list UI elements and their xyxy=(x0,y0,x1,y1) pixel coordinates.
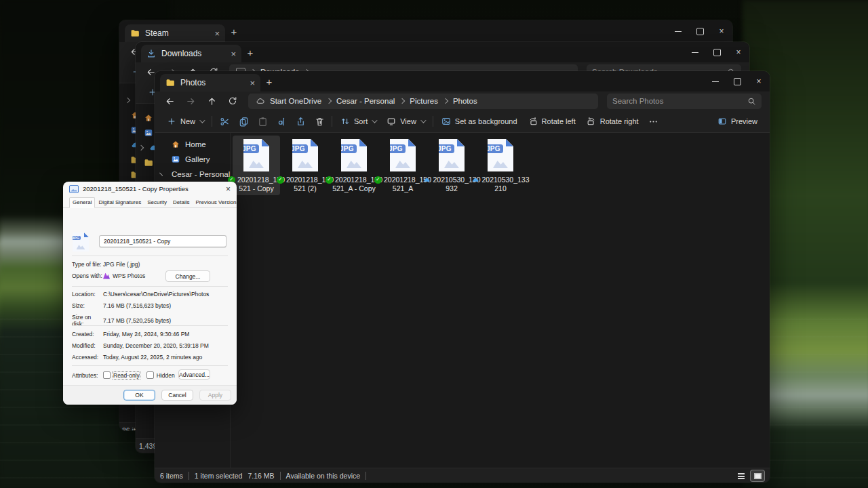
readonly-checkbox[interactable] xyxy=(103,371,111,379)
rotate-right-icon xyxy=(587,117,596,126)
breadcrumb-cesar-personal[interactable]: Cesar - Personal xyxy=(336,97,395,105)
cancel-button[interactable]: Cancel xyxy=(161,390,193,401)
image-icon xyxy=(441,117,451,126)
new-tab-button[interactable]: + xyxy=(241,47,259,58)
home-icon xyxy=(171,140,180,149)
view-button[interactable]: View xyxy=(381,113,430,130)
jpg-file-icon: JPG xyxy=(243,139,269,171)
file-name-field[interactable]: 20201218_150521 - Copy xyxy=(99,235,226,247)
sidebar-item-gallery[interactable]: Gallery xyxy=(155,152,230,167)
new-tab-button[interactable]: + xyxy=(225,26,243,37)
close-tab-icon[interactable]: × xyxy=(231,49,236,58)
tab-details[interactable]: Details xyxy=(170,198,192,207)
file-properties-dialog[interactable]: 20201218_150521 - Copy Properties × Gene… xyxy=(63,182,237,405)
close-icon[interactable]: × xyxy=(226,184,231,194)
tab-security[interactable]: Security xyxy=(144,198,170,207)
more-options-icon[interactable] xyxy=(644,113,663,129)
minimize-button[interactable] xyxy=(684,42,706,62)
image-file-icon xyxy=(69,185,79,193)
close-button[interactable]: × xyxy=(728,42,749,62)
up-icon[interactable] xyxy=(202,93,221,109)
tab-digital-signatures[interactable]: Digital Signatures xyxy=(96,198,144,207)
rotate-right-label: Rotate right xyxy=(600,117,639,125)
apply-button[interactable]: Apply xyxy=(199,390,231,401)
new-label: New xyxy=(180,117,195,125)
tab-downloads[interactable]: Downloads × xyxy=(141,45,241,62)
minimize-button[interactable] xyxy=(705,71,726,92)
maximize-button[interactable] xyxy=(706,42,728,62)
ok-button[interactable]: OK xyxy=(123,390,155,401)
chevron-down-icon xyxy=(372,117,377,123)
file-item[interactable]: JPG ✓20201218_150 521 (2) xyxy=(281,136,329,195)
refresh-icon[interactable] xyxy=(223,93,242,109)
maximize-button[interactable] xyxy=(726,71,748,92)
sidebar-item-onedrive[interactable]: Cesar - Personal xyxy=(155,167,230,182)
photos-explorer-window[interactable]: Photos × + × Start OneDrive Cesar - Pers… xyxy=(155,71,770,483)
file-item[interactable]: JPG 20210530_130 932 xyxy=(428,136,475,195)
opens-with-label: Opens with: xyxy=(72,272,103,279)
gallery-icon xyxy=(144,128,153,138)
jpg-file-icon: JPG xyxy=(390,139,416,171)
new-tab-button[interactable]: + xyxy=(260,76,278,87)
jpg-file-icon: JPG xyxy=(292,139,318,171)
thumbnail-view-icon[interactable] xyxy=(751,470,764,481)
tab-previous-versions[interactable]: Previous Versions xyxy=(193,198,237,207)
back-icon[interactable] xyxy=(160,93,179,109)
search-box[interactable]: Search Photos xyxy=(607,94,762,109)
details-view-icon[interactable] xyxy=(734,470,748,481)
jpg-file-icon: JPG xyxy=(439,139,465,171)
photos-status-bar: 6 items 1 item selected 7.16 MB Availabl… xyxy=(155,468,770,483)
file-name: ✓20201218_150 521 - Copy xyxy=(233,176,280,192)
window-controls: × xyxy=(667,20,732,42)
close-tab-icon[interactable]: × xyxy=(250,79,255,87)
minimize-button[interactable] xyxy=(667,20,689,42)
rotate-left-button[interactable]: Rotate left xyxy=(523,113,581,130)
change-button[interactable]: Change... xyxy=(165,270,210,282)
location-value: C:\Users\cesar\OneDrive\Pictures\Photos xyxy=(103,291,209,298)
set-as-background-label: Set as background xyxy=(455,117,517,125)
breadcrumb-photos[interactable]: Photos xyxy=(453,97,477,105)
delete-icon[interactable] xyxy=(310,113,329,129)
maximize-button[interactable] xyxy=(689,20,711,42)
breadcrumb-start-onedrive[interactable]: Start OneDrive xyxy=(270,97,321,105)
new-button[interactable]: New xyxy=(161,113,209,130)
search-placeholder: Search Photos xyxy=(612,97,663,105)
preview-button[interactable]: Preview xyxy=(712,113,763,130)
copy-icon[interactable] xyxy=(234,113,253,129)
synced-status-icon: ✓ xyxy=(277,176,284,184)
chevron-right-icon xyxy=(443,98,448,104)
paste-icon[interactable] xyxy=(253,113,272,129)
created-row: Created: Friday, May 24, 2024, 9:30:46 P… xyxy=(72,331,228,338)
close-button[interactable]: × xyxy=(748,71,770,92)
rename-icon[interactable] xyxy=(272,113,291,129)
file-item[interactable]: JPG ✓20201218_150 521_A xyxy=(379,136,427,195)
status-divider xyxy=(280,472,281,480)
file-item[interactable]: JPG ✓20201218_150 521 - Copy xyxy=(233,136,280,195)
sidebar-label: Gallery xyxy=(185,155,210,163)
sidebar-item-home[interactable]: Home xyxy=(155,137,230,152)
tab-steam[interactable]: Steam × xyxy=(125,24,225,42)
tab-photos[interactable]: Photos × xyxy=(160,74,260,92)
set-as-background-button[interactable]: Set as background xyxy=(436,113,523,130)
file-item[interactable]: JPG 20210530_133 210 xyxy=(477,136,524,195)
forward-icon[interactable] xyxy=(181,93,200,109)
hidden-checkbox[interactable] xyxy=(146,371,154,379)
share-icon[interactable] xyxy=(291,113,310,129)
sort-label: Sort xyxy=(354,117,368,125)
downloads-tab-bar: Downloads × + × xyxy=(136,42,749,62)
breadcrumb-pictures[interactable]: Pictures xyxy=(410,97,438,105)
availability-status: Available on this device xyxy=(286,472,361,480)
accessed-label: Accessed: xyxy=(72,354,103,361)
tab-general[interactable]: General xyxy=(69,197,95,208)
photos-nav-row: Start OneDrive Cesar - Personal Pictures… xyxy=(155,92,770,110)
address-bar[interactable]: Start OneDrive Cesar - Personal Pictures… xyxy=(248,94,598,109)
rotate-right-button[interactable]: Rotate right xyxy=(581,113,644,130)
created-value: Friday, May 24, 2024, 9:30:46 PM xyxy=(103,331,189,338)
file-item[interactable]: JPG ✓20201218_150 521_A - Copy xyxy=(330,136,378,195)
close-button[interactable]: × xyxy=(711,20,732,42)
toolbar-separator xyxy=(212,116,212,127)
advanced-button[interactable]: Advanced... xyxy=(178,369,210,380)
cut-icon[interactable] xyxy=(215,113,234,129)
sort-button[interactable]: Sort xyxy=(335,113,381,130)
close-tab-icon[interactable]: × xyxy=(214,29,220,38)
